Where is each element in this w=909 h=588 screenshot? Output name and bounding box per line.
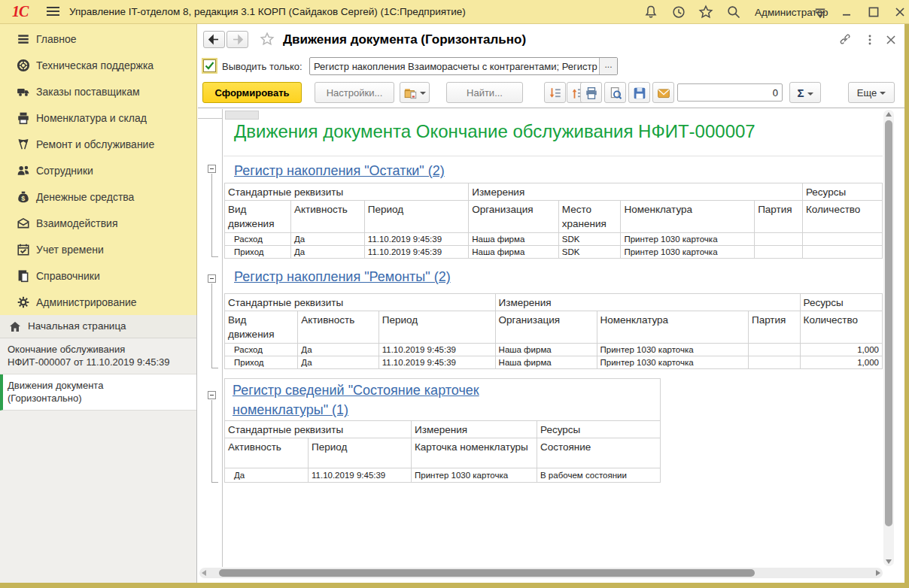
table-row: Расход Да 11.10.2019 9:45:39 Наша фирма … (225, 344, 883, 356)
group-bracket (211, 283, 218, 368)
filter-checkbox[interactable] (203, 59, 216, 72)
cell: Да (298, 356, 378, 369)
report-area: Движения документа Окончание обслуживани… (198, 108, 904, 583)
main-menu-icon[interactable] (47, 7, 59, 17)
history-icon[interactable] (671, 5, 686, 20)
more-button[interactable]: Еще (848, 82, 895, 103)
section-title-row: Регистр сведений "Состояние карточек ном… (225, 379, 661, 421)
cell: Принтер 1030 карточка (621, 246, 755, 259)
column-header: Период (378, 311, 495, 344)
horizontal-scrollbar[interactable] (199, 568, 883, 578)
column-header: Активность (225, 438, 309, 468)
column-header-row: Вид движения Активность Период Организац… (225, 311, 883, 344)
register-link-remonty[interactable]: Регистр накопления "Ремонты" (2) (234, 269, 451, 285)
sidebar-item-tech-support[interactable]: Техническая поддержка (0, 53, 196, 79)
find-button[interactable]: Найти... (446, 82, 523, 103)
favorites-icon[interactable] (698, 5, 713, 20)
scroll-left-arrow[interactable] (202, 570, 206, 576)
back-button[interactable] (203, 31, 225, 48)
report-corner (198, 109, 222, 119)
sum-button[interactable]: Σ (789, 82, 821, 103)
scroll-down-arrow[interactable] (886, 559, 892, 564)
vertical-scrollbar-thumb[interactable] (885, 120, 892, 526)
copy-variants-button[interactable] (400, 82, 430, 103)
open-windows-panel: Начальная страница Окончание обслуживани… (0, 315, 197, 583)
home-page-item[interactable]: Начальная страница (0, 315, 196, 338)
truck-icon (17, 85, 30, 99)
collapse-section-3-button[interactable] (208, 391, 216, 399)
save-button[interactable] (628, 82, 650, 103)
gear-icon (17, 296, 30, 309)
register-link-sostoyanie[interactable]: номенклатуры" (1) (233, 400, 657, 420)
sidebar-item-main[interactable]: Главное (0, 26, 196, 53)
sidebar-item-repair-service[interactable]: Ремонт и обслуживание (0, 132, 196, 158)
cell: Приход (225, 356, 298, 369)
sidebar-item-employees[interactable]: Сотрудники (0, 158, 196, 184)
collapse-section-1-button[interactable] (208, 165, 216, 173)
cell: Принтер 1030 карточка (597, 356, 748, 369)
sidebar-item-supplier-orders[interactable]: Заказы поставщикам (0, 79, 196, 105)
close-icon[interactable] (892, 5, 907, 20)
group-header-row: Стандартные реквизиты Измерения Ресурсы (225, 421, 661, 438)
column-header: Вид движения (225, 201, 291, 233)
register-table-remonty: Стандартные реквизиты Измерения Ресурсы … (224, 293, 883, 369)
column-header: Карточка номенклатуры (412, 438, 537, 468)
maximize-icon[interactable] (866, 5, 881, 20)
open-window-item[interactable]: Окончание обслуживания НФИТ-000007 от 11… (0, 338, 196, 374)
sidebar-item-catalogs[interactable]: Справочники (0, 263, 196, 289)
sidebar-item-nomenclature-warehouse[interactable]: Номенклатура и склад (0, 105, 196, 132)
vertical-scrollbar[interactable] (883, 110, 894, 566)
horizontal-scrollbar-thumb[interactable] (219, 569, 755, 577)
group-header: Ресурсы (800, 294, 882, 311)
scroll-up-arrow[interactable] (886, 112, 892, 117)
counter-field[interactable] (677, 83, 783, 102)
generate-button[interactable]: Сформировать (202, 82, 302, 103)
filter-input[interactable]: Регистр накопления Взаиморасчеты с контр… (309, 57, 618, 75)
filter-choose-button[interactable]: ... (599, 58, 617, 74)
sidebar-item-interactions[interactable]: Взаимодействия (0, 211, 196, 237)
settings-button[interactable]: Настройки... (315, 82, 394, 103)
group-header: Стандартные реквизиты (225, 421, 412, 438)
close-window-icon[interactable] (884, 33, 898, 47)
sidebar-item-administration[interactable]: Администрирование (0, 289, 196, 316)
notifications-icon[interactable] (643, 5, 658, 20)
search-icon[interactable] (726, 5, 741, 20)
cell: Да (225, 468, 309, 483)
mail-button[interactable] (652, 82, 674, 103)
more-dots-icon[interactable] (863, 33, 877, 47)
report-group-margin (198, 109, 223, 567)
cell (748, 344, 800, 356)
books-icon (17, 269, 30, 283)
link-icon[interactable] (839, 33, 853, 47)
minimize-icon[interactable] (839, 5, 854, 20)
print-button[interactable] (580, 82, 602, 103)
table-row: Да 11.10.2019 9:45:39 Принтер 1030 карто… (225, 468, 661, 483)
star-icon[interactable] (260, 32, 273, 45)
register-link-ostatki[interactable]: Регистр накопления "Остатки" (2) (234, 163, 445, 179)
cell: Да (291, 246, 365, 259)
print-preview-button[interactable] (604, 82, 626, 103)
lifebuoy-icon (17, 59, 30, 72)
cell: Расход (225, 344, 298, 356)
column-header-row: Вид движения Активность Период Организац… (225, 201, 883, 233)
cell: 11.10.2019 9:45:39 (309, 468, 412, 483)
sidebar-item-time-tracking[interactable]: Учет времени (0, 237, 196, 263)
column-header-row: Активность Период Карточка номенклатуры … (225, 438, 661, 468)
titlebar: 1С Управление IT-отделом 8, редакция 3.1… (0, 0, 909, 24)
sort-desc-button[interactable] (544, 82, 566, 103)
forward-button[interactable] (226, 31, 248, 48)
scroll-right-arrow[interactable] (876, 570, 880, 576)
cell (802, 233, 882, 246)
cell: 11.10.2019 9:45:39 (364, 246, 468, 259)
sidebar-item-money[interactable]: $ Денежные средства (0, 184, 196, 211)
register-link-sostoyanie[interactable]: Регистр сведений "Состояние карточек (233, 380, 657, 400)
spreadsheet-corner-cell (225, 111, 259, 120)
service-menu-icon[interactable] (813, 5, 828, 20)
collapse-section-2-button[interactable] (208, 274, 216, 283)
group-header: Ресурсы (802, 183, 882, 201)
window-title: Движения документа (Горизонтально) (283, 32, 526, 47)
group-header: Измерения (412, 421, 537, 438)
cell: Принтер 1030 карточка (597, 344, 748, 356)
printer-icon (17, 111, 30, 125)
open-window-item-active[interactable]: Движения документа (Горизонтально) (0, 374, 196, 411)
